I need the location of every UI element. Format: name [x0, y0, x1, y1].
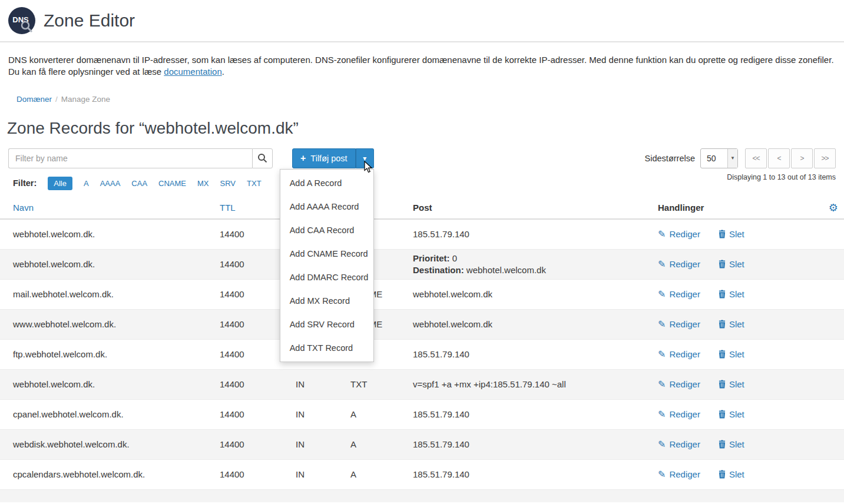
header-post: Post — [413, 203, 432, 213]
search-button[interactable] — [252, 148, 273, 168]
page-app-title: Zone Editor — [44, 11, 135, 31]
record-name: www.webhotel.welcom.dk. — [0, 319, 220, 329]
delete-label: Slet — [729, 469, 744, 479]
zone-editor-page: DNS Zone Editor DNS konverterer domænena… — [0, 0, 844, 504]
pencil-icon: ✎ — [658, 320, 666, 329]
table-row: webhotel.welcom.dk. 14400 IN TXT v=spf1 … — [0, 370, 844, 400]
edit-record-link[interactable]: ✎Rediger — [658, 349, 700, 359]
delete-record-link[interactable]: Slet — [719, 439, 744, 449]
toolbar: + Tilføj post ▾ Add A Record Add AAAA Re… — [8, 148, 836, 168]
delete-record-link[interactable]: Slet — [719, 259, 744, 269]
menu-add-aaaa-record[interactable]: Add AAAA Record — [280, 195, 373, 218]
documentation-link[interactable]: documentation — [164, 67, 221, 77]
filter-srv[interactable]: SRV — [220, 179, 236, 188]
delete-label: Slet — [729, 379, 744, 389]
filter-aaaa[interactable]: AAAA — [100, 179, 121, 188]
filter-mx[interactable]: MX — [197, 179, 209, 188]
delete-record-link[interactable]: Slet — [719, 229, 744, 239]
record-type: A — [350, 469, 413, 479]
menu-add-cname-record[interactable]: Add CNAME Record — [280, 242, 373, 266]
table-header-row: Navn TTL Post Handlinger ⚙ — [0, 197, 844, 220]
add-record-button[interactable]: + Tilføj post — [292, 148, 356, 168]
table-row-clipped — [0, 490, 844, 502]
record-ttl: 14400 — [220, 439, 296, 449]
table-row: webhotel.welcom.dk. 14400 IN MX Priorite… — [0, 250, 844, 280]
record-post: webhotel.welcom.dk — [413, 319, 655, 329]
delete-record-link[interactable]: Slet — [719, 469, 744, 479]
menu-add-caa-record[interactable]: Add CAA Record — [280, 218, 373, 242]
page-size-select[interactable]: 50 ▼ — [700, 148, 738, 168]
pencil-icon: ✎ — [658, 410, 666, 419]
pencil-icon: ✎ — [658, 470, 666, 479]
delete-label: Slet — [729, 289, 744, 299]
pager-first-button[interactable]: << — [745, 148, 767, 168]
filter-by-name-input[interactable] — [8, 148, 252, 168]
pencil-icon: ✎ — [658, 380, 666, 389]
intro-text: DNS konverterer domænenavn til IP-adress… — [8, 55, 834, 77]
header-ttl[interactable]: TTL — [220, 203, 236, 213]
toolbar-right: Sidestørrelse 50 ▼ << < > >> — [645, 148, 836, 168]
edit-record-link[interactable]: ✎Rediger — [658, 319, 700, 329]
edit-label: Rediger — [669, 469, 700, 479]
table-row: ftp.webhotel.welcom.dk. 14400 IN A 185.5… — [0, 340, 844, 370]
destination-value: webhotel.welcom.dk — [466, 265, 546, 275]
menu-add-dmarc-record[interactable]: Add DMARC Record — [280, 266, 373, 289]
pagination: << < > >> — [744, 148, 836, 168]
add-record-dropdown-toggle[interactable]: ▾ — [356, 148, 374, 168]
record-class: IN — [296, 439, 350, 449]
filter-alle[interactable]: Alle — [48, 177, 72, 190]
delete-record-link[interactable]: Slet — [719, 409, 744, 419]
priority-label: Prioritet: — [413, 253, 450, 263]
edit-record-link[interactable]: ✎Rediger — [658, 439, 700, 449]
pager-last-button[interactable]: >> — [814, 148, 836, 168]
menu-add-mx-record[interactable]: Add MX Record — [280, 289, 373, 313]
displaying-status: Displaying 1 to 13 out of 13 items — [727, 173, 836, 181]
header-navn[interactable]: Navn — [13, 203, 34, 213]
breadcrumb-domains-link[interactable]: Domæner — [16, 95, 52, 104]
record-type: TXT — [350, 379, 413, 389]
delete-record-link[interactable]: Slet — [719, 289, 744, 299]
dns-logo-icon: DNS — [8, 7, 35, 34]
record-post: 185.51.79.140 — [413, 469, 655, 479]
delete-record-link[interactable]: Slet — [719, 349, 744, 359]
filter-a[interactable]: A — [84, 179, 89, 188]
menu-add-a-record[interactable]: Add A Record — [280, 171, 373, 195]
delete-record-link[interactable]: Slet — [719, 319, 744, 329]
add-record-split-button: + Tilføj post ▾ Add A Record Add AAAA Re… — [292, 148, 374, 168]
filter-txt[interactable]: TXT — [247, 179, 262, 188]
trash-icon — [719, 470, 726, 479]
record-post: v=spf1 +a +mx +ip4:185.51.79.140 ~all — [413, 379, 655, 389]
delete-record-link[interactable]: Slet — [719, 379, 744, 389]
menu-add-srv-record[interactable]: Add SRV Record — [280, 313, 373, 336]
record-post: 185.51.79.140 — [413, 409, 655, 419]
header-handlinger: Handlinger — [658, 203, 704, 213]
table-row: cpanel.webhotel.welcom.dk. 14400 IN A 18… — [0, 400, 844, 430]
edit-record-link[interactable]: ✎Rediger — [658, 469, 700, 479]
edit-record-link[interactable]: ✎Rediger — [658, 259, 700, 269]
edit-record-link[interactable]: ✎Rediger — [658, 289, 700, 299]
destination-label: Destination: — [413, 265, 464, 275]
record-ttl: 14400 — [220, 409, 296, 419]
record-class: IN — [296, 379, 350, 389]
pager-prev-button[interactable]: < — [768, 148, 790, 168]
filter-cname[interactable]: CNAME — [158, 179, 186, 188]
filter-caa[interactable]: CAA — [131, 179, 147, 188]
trash-icon — [719, 440, 726, 449]
table-row: cpcalendars.webhotel.welcom.dk. 14400 IN… — [0, 460, 844, 490]
delete-label: Slet — [729, 349, 744, 359]
trash-icon — [719, 410, 726, 419]
table-row: webhotel.welcom.dk. 14400 IN A 185.51.79… — [0, 220, 844, 250]
edit-record-link[interactable]: ✎Rediger — [658, 229, 700, 239]
pager-next-button[interactable]: > — [791, 148, 813, 168]
edit-record-link[interactable]: ✎Rediger — [658, 409, 700, 419]
record-post: 185.51.79.140 — [413, 439, 655, 449]
table-row: mail.webhotel.welcom.dk. 14400 IN CNAME … — [0, 280, 844, 310]
intro-period: . — [222, 67, 224, 77]
edit-record-link[interactable]: ✎Rediger — [658, 379, 700, 389]
gear-icon[interactable]: ⚙ — [829, 203, 838, 213]
delete-label: Slet — [729, 319, 744, 329]
record-name: ftp.webhotel.welcom.dk. — [0, 349, 220, 359]
masthead: DNS Zone Editor — [0, 0, 844, 42]
record-class: IN — [296, 469, 350, 479]
menu-add-txt-record[interactable]: Add TXT Record — [280, 336, 373, 360]
